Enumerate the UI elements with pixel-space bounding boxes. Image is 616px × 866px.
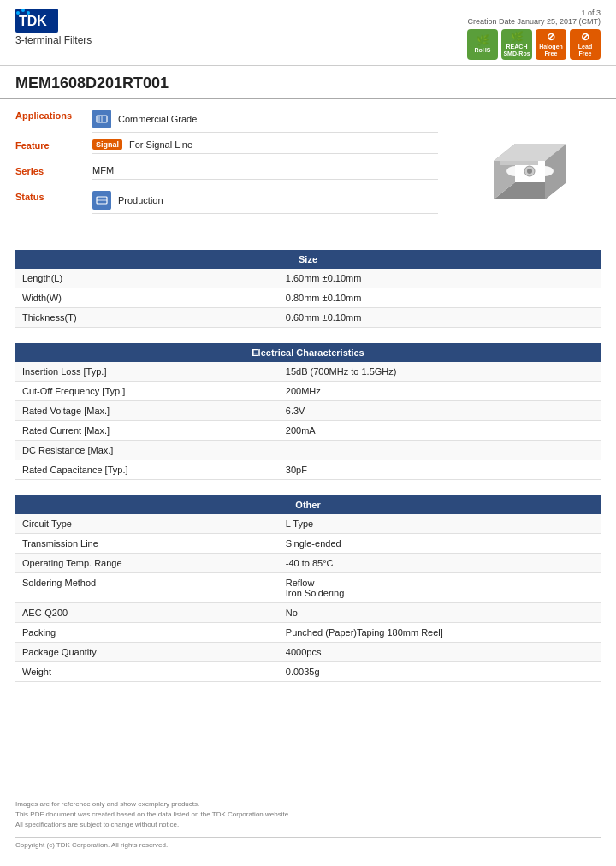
elec-row-2: Rated Voltage [Max.] 6.3V bbox=[15, 401, 601, 421]
elec-value-3: 200mA bbox=[279, 421, 601, 441]
footer: Images are for reference only and show e… bbox=[15, 799, 601, 849]
lead-label: LeadFree bbox=[578, 44, 592, 56]
feature-value-area: Signal For Signal Line bbox=[92, 139, 438, 154]
other-label-6: Package Quantity bbox=[15, 643, 279, 662]
applications-label: Applications bbox=[15, 110, 92, 121]
svg-point-15 bbox=[536, 166, 554, 176]
product-title-section: MEM1608D201RT001 bbox=[0, 66, 616, 99]
other-value-0: L Type bbox=[279, 514, 601, 534]
elec-label-5: Rated Capacitance [Typ.] bbox=[15, 460, 279, 480]
footer-note-line1: Images are for reference only and show e… bbox=[15, 799, 601, 810]
other-row-6: Package Quantity 4000pcs bbox=[15, 643, 601, 662]
other-row-5: Packing Punched (Paper)Taping 180mm Reel… bbox=[15, 623, 601, 643]
other-label-0: Circuit Type bbox=[15, 514, 279, 534]
elec-value-0: 15dB (700MHz to 1.5GHz) bbox=[279, 362, 601, 382]
status-text: Production bbox=[118, 195, 163, 205]
series-text: MFM bbox=[92, 165, 114, 175]
size-label-2: Thickness(T) bbox=[15, 308, 279, 328]
feature-text: For Signal Line bbox=[129, 139, 192, 150]
other-label-4: AEC-Q200 bbox=[15, 603, 279, 623]
svg-marker-18 bbox=[500, 161, 538, 165]
footer-note-line3: All specifications are subject to change… bbox=[15, 820, 601, 830]
signal-badge: Signal bbox=[92, 139, 122, 150]
other-label-1: Transmission Line bbox=[15, 534, 279, 554]
other-value-6: 4000pcs bbox=[279, 643, 601, 662]
other-table: Other Circuit Type L Type Transmission L… bbox=[15, 495, 601, 682]
applications-text: Commercial Grade bbox=[118, 114, 197, 124]
status-label: Status bbox=[15, 191, 92, 202]
page-number: 1 of 3 bbox=[581, 9, 601, 17]
lead-badge: ⊘ LeadFree bbox=[570, 29, 601, 60]
other-label-5: Packing bbox=[15, 623, 279, 643]
rohs-icon: 🌿 bbox=[477, 35, 489, 46]
other-value-7: 0.0035g bbox=[279, 662, 601, 682]
other-row-4: AEC-Q200 No bbox=[15, 603, 601, 623]
product-image-area bbox=[447, 110, 601, 240]
other-table-header-row: Other bbox=[15, 495, 601, 514]
elec-label-4: DC Resistance [Max.] bbox=[15, 441, 279, 460]
series-label: Series bbox=[15, 165, 92, 176]
other-row-2: Operating Temp. Range -40 to 85°C bbox=[15, 554, 601, 573]
elec-row-3: Rated Current [Max.] 200mA bbox=[15, 421, 601, 441]
svg-text:TDK: TDK bbox=[19, 14, 47, 28]
elec-label-2: Rated Voltage [Max.] bbox=[15, 401, 279, 421]
other-value-1: Single-ended bbox=[279, 534, 601, 554]
status-icon bbox=[92, 191, 111, 210]
applications-row: Applications Commercial Grade bbox=[15, 110, 438, 133]
compliance-badges: 🌿 RoHS 🌿 REACHSMD-Ros ⊘ HalogenFree ⊘ Le… bbox=[467, 29, 601, 60]
series-value-area: MFM bbox=[92, 165, 438, 180]
other-section: Other Circuit Type L Type Transmission L… bbox=[0, 495, 616, 682]
feature-row: Feature Signal For Signal Line bbox=[15, 139, 438, 158]
reach-badge: 🌿 REACHSMD-Ros bbox=[501, 29, 532, 60]
elec-row-0: Insertion Loss [Typ.] 15dB (700MHz to 1.… bbox=[15, 362, 601, 382]
size-value-2: 0.60mm ±0.10mm bbox=[279, 308, 601, 328]
tdk-logo: TDK bbox=[15, 9, 92, 33]
elec-value-4 bbox=[279, 441, 601, 460]
svg-point-3 bbox=[21, 9, 25, 12]
elec-value-1: 200MHz bbox=[279, 382, 601, 401]
commercial-grade-icon bbox=[92, 110, 111, 128]
rohs-badge: 🌿 RoHS bbox=[467, 29, 498, 60]
elec-value-2: 6.3V bbox=[279, 401, 601, 421]
other-row-0: Circuit Type L Type bbox=[15, 514, 601, 534]
elec-label-0: Insertion Loss [Typ.] bbox=[15, 362, 279, 382]
header: TDK 3-terminal Filters 1 of 3 Creation D… bbox=[0, 0, 616, 66]
feature-label: Feature bbox=[15, 139, 92, 151]
electrical-table-header: Electrical Characteristics bbox=[15, 343, 601, 362]
size-label-0: Length(L) bbox=[15, 269, 279, 288]
reach-icon: 🌿 bbox=[511, 32, 524, 43]
electrical-table-header-row: Electrical Characteristics bbox=[15, 343, 601, 362]
other-row-3: Soldering Method Reflow Iron Soldering bbox=[15, 573, 601, 603]
creation-date: Creation Date January 25, 2017 (CMT) bbox=[467, 17, 601, 26]
svg-point-2 bbox=[16, 11, 20, 15]
elec-row-1: Cut-Off Frequency [Typ.] 200MHz bbox=[15, 382, 601, 401]
size-row-1: Width(W) 0.80mm ±0.10mm bbox=[15, 288, 601, 308]
reach-label: REACHSMD-Ros bbox=[503, 44, 530, 56]
series-row: Series MFM bbox=[15, 165, 438, 184]
header-right: 1 of 3 Creation Date January 25, 2017 (C… bbox=[467, 9, 601, 60]
other-table-header: Other bbox=[15, 495, 601, 514]
elec-label-1: Cut-Off Frequency [Typ.] bbox=[15, 382, 279, 401]
svg-point-14 bbox=[506, 166, 524, 176]
electrical-section: Electrical Characteristics Insertion Los… bbox=[0, 343, 616, 480]
other-value-2: -40 to 85°C bbox=[279, 554, 601, 573]
size-row-2: Thickness(T) 0.60mm ±0.10mm bbox=[15, 308, 601, 328]
rohs-label: RoHS bbox=[474, 47, 490, 54]
elec-row-5: Rated Capacitance [Typ.] 30pF bbox=[15, 460, 601, 480]
component-svg bbox=[447, 118, 592, 238]
size-table-header: Size bbox=[15, 250, 601, 269]
product-title: MEM1608D201RT001 bbox=[15, 74, 601, 92]
footer-note-line2: This PDF document was created based on t… bbox=[15, 810, 601, 820]
status-value-area: Production bbox=[92, 191, 438, 214]
other-label-7: Weight bbox=[15, 662, 279, 682]
halogen-icon: ⊘ bbox=[547, 32, 555, 43]
other-value-4: No bbox=[279, 603, 601, 623]
size-value-0: 1.60mm ±0.10mm bbox=[279, 269, 601, 288]
other-label-2: Operating Temp. Range bbox=[15, 554, 279, 573]
svg-point-4 bbox=[27, 11, 30, 15]
page-info: 1 of 3 Creation Date January 25, 2017 (C… bbox=[467, 9, 601, 26]
applications-value-area: Commercial Grade bbox=[92, 110, 438, 133]
footer-note: Images are for reference only and show e… bbox=[15, 799, 601, 830]
main-content: Applications Commercial Grade Feature Si… bbox=[0, 99, 616, 250]
size-row-0: Length(L) 1.60mm ±0.10mm bbox=[15, 269, 601, 288]
